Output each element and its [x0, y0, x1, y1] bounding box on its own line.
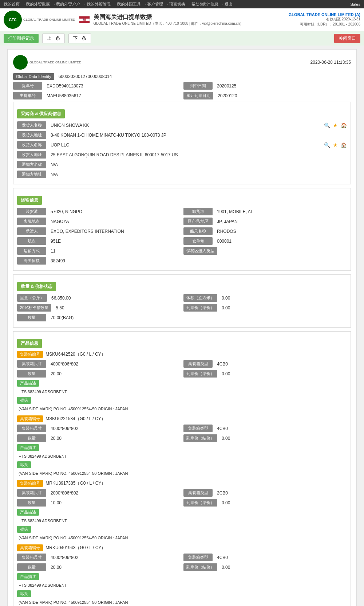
next-button-top[interactable]: 下一条	[68, 34, 91, 43]
consignee-addr-value: 25 EAST ALGONQUIN ROAD DES PLAINES IL 60…	[49, 152, 347, 158]
container-size-row-3: 集装箱尺寸 4000*806*802 集装箱类型 4CB0	[17, 554, 347, 561]
mark-text-0: (VAN SIDE MARK) PO NO. 4500912554-50 ORI…	[17, 407, 347, 411]
price-value-1: 0.00	[220, 435, 347, 442]
forwarder-group: 承运人 EXDO, EXPEDITORS INTERNATION	[17, 227, 181, 235]
nav-export-account[interactable]: 我的外贸户户	[56, 2, 80, 6]
arrival-date-group: 到中日期 20200125	[183, 82, 351, 90]
price-label-1: 到岸价（结价）	[183, 434, 217, 442]
nav-logout[interactable]: 退出	[225, 2, 233, 6]
size-label-1: 集装箱尺寸	[17, 425, 46, 432]
discharge-port-label: 卸货港	[183, 208, 213, 215]
print-button-top[interactable]: 打印图标记录	[4, 34, 39, 43]
bl-no-label: 仓单号	[183, 237, 213, 245]
type-value-2: 2CB0	[215, 490, 347, 496]
size-label-2: 集装箱尺寸	[17, 489, 46, 497]
qty-group-1: 数量 20.00	[17, 434, 181, 442]
transport-section-header: 运输信息	[17, 196, 42, 205]
qty-group-2: 数量 10.00	[17, 499, 181, 507]
mark-badge-0: 标头	[17, 397, 31, 404]
container-qty-row-1: 数量 20.00 到岸价（结价） 0.00	[17, 434, 347, 442]
container-size-row-0: 集装箱尺寸 4000*806*802 集装箱类型 4CB0	[17, 360, 347, 368]
nav-lang[interactable]: 语言切换	[169, 2, 185, 6]
nav-export-tool[interactable]: 我的外国工具	[117, 2, 141, 6]
container-qty-row-2: 数量 10.00 到岸价（结价） 0.00	[17, 499, 347, 507]
product-section: 产品信息 集装箱编号 MSKU6442520（G0 / L / CY） 集装箱尺…	[13, 331, 351, 606]
type-label-3: 集装箱类型	[183, 554, 213, 561]
planned-arrival-label: 预计到岸日期	[183, 92, 213, 99]
customs-zone-value	[220, 250, 347, 252]
card-logo-text: GLOBAL TRADE ONLINE LIMITED	[29, 60, 82, 64]
unit-price-label: 到岸价（结价）	[183, 304, 217, 312]
nav-export-data[interactable]: 我的外贸数据	[26, 2, 50, 6]
shipper-search-icon[interactable]: 🔍	[324, 122, 330, 128]
notify-addr-value: N/A	[49, 171, 347, 178]
mark-badge-2: 标头	[17, 526, 31, 533]
qty-value-3: 20.00	[49, 564, 181, 571]
consignee-search-icon[interactable]: 🔍	[324, 142, 330, 148]
size-group-2: 集装箱尺寸 2000*806*802	[17, 489, 181, 497]
consignee-name-value: UOP LLC	[49, 142, 321, 148]
size-label-0: 集装箱尺寸	[17, 360, 46, 368]
mark-badge-3: 标头	[17, 590, 31, 597]
container20-group: 20尺标准箱数量 5.50	[17, 304, 181, 312]
desc-text-1: HTS 382499 ADSORBENT	[17, 454, 347, 458]
master-bill-group: 主提单号 MAEU588035617	[13, 92, 181, 99]
notify-addr-label: 通知方地址	[17, 171, 46, 178]
price-group-0: 到岸价（结价） 0.00	[183, 370, 347, 378]
container-item-3: 集装箱编号 MRKU0401943（G0 / L / CY） 集装箱尺寸 400…	[17, 544, 347, 605]
price-group-3: 到岸价（结价） 0.00	[183, 563, 347, 571]
nav-export-mgmt[interactable]: 我的外贸管理	[87, 2, 111, 6]
quantity-value: 70.00(BAG)	[49, 314, 347, 321]
container-qty-row-0: 数量 20.00 到岸价（结价） 0.00	[17, 370, 347, 378]
card-datetime: 2020-06-28 11:13:35	[310, 60, 351, 65]
container-no-value-3: MRKU0401943（G0 / L / CY）	[44, 544, 107, 551]
close-button-top[interactable]: 关闭窗口	[334, 34, 360, 43]
desc-text-3: HTS 382499 ADSORBENT	[17, 583, 347, 587]
bill-no-value: EXDO5940128073	[45, 83, 181, 89]
type-value-3: 4CB0	[215, 554, 347, 561]
consignee-star-icon[interactable]: ★	[333, 142, 338, 148]
valid-date: 有效期至 2020-12-31	[289, 17, 360, 22]
header-title-block: 美国海关进口提单数据 GLOBAL TRADE ONLINE LIMITED（电…	[94, 13, 244, 26]
voyage-row: 航次 951E 仓单号 000001	[17, 237, 347, 245]
master-bill-value: MAEU588035617	[45, 93, 181, 99]
shipper-addr-row: 发货人地址 8-40 KONAN 1-CHIOME MINATO-KU TOKY…	[17, 131, 347, 139]
price-label-2: 到岸价（结价）	[183, 499, 217, 507]
origin-country-group: 原产码/地区 JP, JAPAN	[183, 218, 347, 225]
prev-button-top[interactable]: 上一条	[42, 34, 65, 43]
container-item-0: 集装箱编号 MSKU6442520（G0 / L / CY） 集装箱尺寸 400…	[17, 351, 347, 411]
shipper-home-icon[interactable]: 🏠	[341, 122, 347, 128]
type-group-2: 集装箱类型 2CB0	[183, 489, 347, 497]
global-identity-value: 6003202001270000008014	[57, 73, 351, 80]
nav-links[interactable]: 我的首页 · 我的外贸数据 · 我的外贸户户 · 我的外贸管理 · 我的外国工具…	[4, 1, 236, 7]
nav-sales: Sales	[350, 2, 360, 7]
price-label-3: 到岸价（结价）	[183, 563, 217, 571]
vessel-name-label: 船只名称	[183, 227, 213, 235]
forwarder-value: EXDO, EXPEDITORS INTERNATION	[49, 228, 181, 235]
shipper-star-icon[interactable]: ★	[333, 122, 338, 128]
size-value-0: 4000*806*802	[49, 361, 181, 367]
card-header: GLOBAL TRADE ONLINE LIMITED 2020-06-28 1…	[13, 55, 351, 70]
forwarder-row: 承运人 EXDO, EXPEDITORS INTERNATION 船只名称 RH…	[17, 227, 347, 235]
container-badge-1: 集装箱编号	[17, 415, 43, 422]
vessel-name-group: 船只名称 RHODOS	[183, 227, 347, 235]
nav-help[interactable]: 帮助&统计信息	[191, 2, 218, 6]
quantity-section-header: 数量 & 价格状态	[17, 282, 56, 291]
nav-client-mgmt[interactable]: 客户管理	[147, 2, 163, 6]
unit-price-group: 到岸价（结价） 0.00	[183, 304, 347, 312]
loading-port-label: 装货港	[17, 208, 46, 215]
size-value-1: 4000*806*802	[49, 425, 181, 432]
price-group-1: 到岸价（结价） 0.00	[183, 434, 347, 442]
desc-badge-2: 产品描述	[17, 509, 39, 516]
bl-no-value: 000001	[215, 238, 347, 245]
planned-arrival-value: 20200120	[216, 93, 351, 99]
shipper-section: 采购商 & 供应商信息 发货人名称 UNION SHOWA KK 🔍 ★ 🏠 发…	[13, 102, 351, 184]
price-group-2: 到岸价（结价） 0.00	[183, 499, 347, 507]
type-group-1: 集装箱类型 4CB0	[183, 425, 347, 432]
bill-row: 提单号 EXDO5940128073 到中日期 20200125	[13, 82, 351, 90]
nav-home[interactable]: 我的首页	[4, 2, 20, 6]
origin-country-value: JP, JAPAN	[215, 218, 347, 225]
notify-name-label: 通知方名称	[17, 161, 46, 168]
consignee-home-icon[interactable]: 🏠	[341, 142, 347, 148]
type-value-1: 4CB0	[215, 425, 347, 432]
